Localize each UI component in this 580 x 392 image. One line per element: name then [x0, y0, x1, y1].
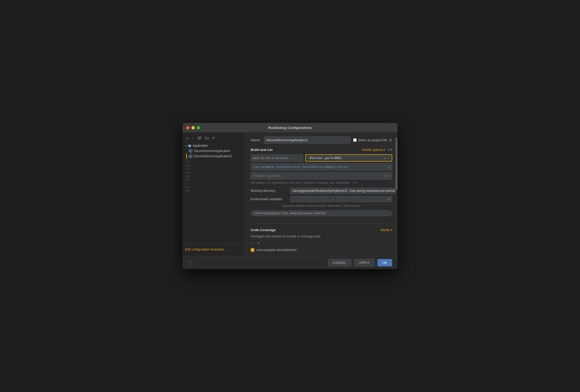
- tag-pill-close-icon[interactable]: ×: [327, 212, 329, 215]
- vm-args-icons: ⧉ ⤢: [384, 156, 390, 160]
- main-class-field[interactable]: com.example.secondservice.SecondServiceA…: [251, 163, 392, 171]
- modify-options-button[interactable]: Modify options ▾: [362, 148, 385, 152]
- sidebar-toolbar: + −: [182, 134, 245, 143]
- svg-text:▶: ▶: [190, 155, 192, 157]
- vm-args-copy-icon[interactable]: ⧉: [384, 156, 386, 160]
- sidebar-group-application[interactable]: ▾ Application: [182, 143, 245, 148]
- help-button[interactable]: ?: [188, 260, 193, 265]
- tag-pill-label: OPEN RUN/DEBUG TOOL WINDOW WHEN STARTED: [254, 212, 326, 215]
- code-line: lie: [185, 186, 243, 189]
- code-coverage-section: Code Coverage Modify ▾ Packages and clas…: [251, 228, 392, 252]
- env-copy-icon[interactable]: ⧉: [388, 197, 390, 201]
- sdk-selector[interactable]: java 11 SDK of 'second-se…: [251, 154, 303, 162]
- sidebar-item-1[interactable]: ▶ SecondServiceApplication2: [186, 154, 245, 159]
- cancel-button[interactable]: CANCEL: [328, 259, 352, 266]
- working-directory-field[interactable]: /sers/giyeonpak/Desktop/SpringBoot/12. m…: [290, 188, 398, 194]
- code-line: lie: [185, 164, 243, 167]
- main-class-icons: ⧉: [388, 165, 390, 169]
- scrollbar-thumb[interactable]: [395, 138, 398, 190]
- sdk-java-text: java: [253, 156, 259, 160]
- store-project-checkbox[interactable]: [353, 138, 357, 142]
- vm-args-expand-icon[interactable]: ⤢: [387, 156, 390, 160]
- main-content: + − ▾ Application: [182, 132, 398, 256]
- main-class-copy-icon[interactable]: ⧉: [388, 165, 390, 169]
- program-args-icons: ⧉ ⤢: [384, 174, 390, 178]
- coverage-toolbar: − +: [251, 240, 392, 246]
- coverage-modify-label: Modify: [381, 228, 390, 232]
- sidebar-code-lines: lie lie lie lie ato lie y lie bSe: [182, 159, 245, 194]
- apply-button[interactable]: APPLY: [354, 259, 375, 266]
- code-line: y: [185, 182, 243, 186]
- remove-config-button[interactable]: −: [191, 136, 195, 141]
- code-coverage-header: Code Coverage Modify ▾: [251, 228, 392, 232]
- ok-button[interactable]: OK: [377, 259, 392, 266]
- working-directory-row: Working directory: /sers/giyeonpak/Deskt…: [251, 188, 392, 194]
- add-config-button[interactable]: +: [185, 136, 189, 141]
- sdk-version-text: 11: [260, 156, 264, 160]
- close-button[interactable]: [186, 126, 190, 129]
- env-variables-row: Environment variables: ⧉: [251, 196, 392, 202]
- config-icon-1: ▶: [189, 154, 192, 158]
- code-line: lie: [185, 167, 243, 171]
- svg-rect-1: [199, 137, 201, 139]
- store-project-area: Store as project file ⚙: [353, 138, 392, 142]
- name-label: Name:: [251, 138, 261, 142]
- minimize-button[interactable]: [191, 126, 195, 129]
- coverage-remove-button[interactable]: −: [251, 240, 255, 246]
- code-line: ato: [185, 175, 243, 178]
- title-bar: Run/Debug Configurations: [182, 123, 398, 132]
- coverage-title: Code Coverage: [251, 228, 276, 232]
- working-directory-label: Working directory:: [251, 189, 287, 193]
- sidebar-item-label-1: SecondServiceApplication2: [194, 154, 232, 158]
- env-variables-label: Environment variables:: [251, 197, 287, 201]
- build-run-row: java 11 SDK of 'second-se… -Dserver.port…: [251, 154, 392, 162]
- vm-args-value: -Dserver.port=9091: [308, 156, 342, 160]
- coverage-chevron-icon: ▾: [391, 228, 392, 232]
- vm-args-field[interactable]: -Dserver.port=9091 ⧉ ⤢: [305, 154, 392, 162]
- name-input[interactable]: [264, 137, 351, 144]
- scrollbar-track[interactable]: [395, 132, 398, 256]
- program-args-expand-icon[interactable]: ⤢: [388, 174, 390, 178]
- dialog-footer: ? CANCEL APPLY OK: [182, 256, 398, 269]
- traffic-lights: [186, 126, 200, 129]
- maximize-button[interactable]: [197, 126, 200, 129]
- modify-options-shortcut: ⌥M: [386, 148, 392, 151]
- sidebar-bottom: Edit configuration templates...: [182, 244, 245, 254]
- expand-arrow-icon: ▾: [185, 144, 186, 147]
- build-run-header: Build and run Modify options ▾ ⌥M: [251, 148, 392, 152]
- env-hint: Separate variables with semicolon: VAR=v…: [251, 204, 392, 207]
- program-args-copy-icon[interactable]: ⧉: [384, 174, 386, 178]
- gear-icon[interactable]: ⚙: [389, 138, 392, 142]
- sidebar: + − ▾ Application: [182, 132, 245, 256]
- working-directory-value: /sers/giyeonpak/Desktop/SpringBoot/12. m…: [292, 189, 396, 193]
- build-run-title: Build and run: [251, 148, 273, 152]
- sidebar-item-0[interactable]: ▶ SecondServiceApplication: [186, 148, 245, 154]
- application-folder-icon: [188, 144, 191, 148]
- coverage-subtitle: Packages and classes to include in cover…: [251, 235, 392, 238]
- sidebar-group-label: Application: [193, 144, 208, 148]
- sdk-of-text: SDK of 'second-se…: [265, 156, 292, 160]
- env-variables-field[interactable]: ⧉: [290, 196, 392, 202]
- coverage-checkbox[interactable]: ✓: [251, 248, 254, 252]
- folder-config-button[interactable]: [204, 136, 210, 141]
- right-panel-wrapper: Name: Store as project file ⚙ Build and …: [245, 132, 398, 256]
- edit-templates-link[interactable]: Edit configuration templates...: [185, 248, 227, 251]
- sort-config-button[interactable]: [211, 136, 217, 141]
- section-divider: [251, 224, 392, 224]
- main-class-value: com.example.secondservice.SecondServiceA…: [253, 165, 348, 169]
- coverage-add-button[interactable]: +: [256, 240, 261, 246]
- footer-right: CANCEL APPLY OK: [328, 259, 393, 266]
- program-args-field[interactable]: Program arguments ⧉ ⤢: [251, 172, 392, 179]
- code-line: lie: [185, 171, 243, 175]
- coverage-modify-button[interactable]: Modify ▾: [381, 228, 392, 232]
- footer-left: ?: [188, 260, 193, 265]
- modify-options-label: Modify options: [362, 148, 382, 152]
- sidebar-item-label-0: SecondServiceApplication: [194, 149, 230, 153]
- copy-config-button[interactable]: [197, 135, 202, 141]
- svg-text:▶: ▶: [190, 150, 192, 152]
- dialog-title: Run/Debug Configurations: [268, 126, 312, 130]
- coverage-item: ✓ com.example.secondservice.*: [251, 248, 392, 252]
- tag-pill[interactable]: OPEN RUN/DEBUG TOOL WINDOW WHEN STARTED …: [251, 210, 392, 216]
- coverage-package-label: com.example.secondservice.*: [256, 248, 298, 252]
- store-project-label: Store as project file: [358, 138, 387, 142]
